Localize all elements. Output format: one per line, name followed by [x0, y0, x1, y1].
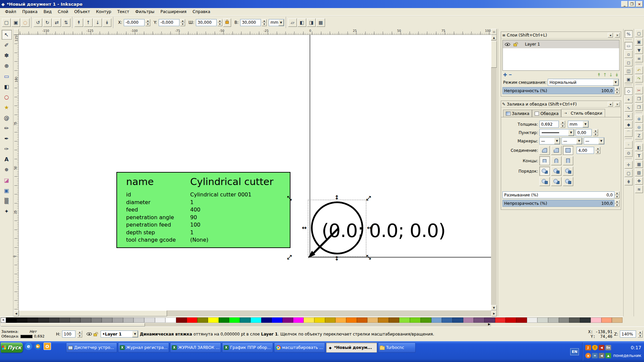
- gcodetools-tool-table[interactable]: name Cylindrical cutter idCylindrical cu…: [116, 172, 290, 248]
- palette-swatch[interactable]: [378, 317, 389, 323]
- tool-tweak[interactable]: ✽: [2, 51, 12, 60]
- taskbar-item-excel-2[interactable]: XЖУРНАЛ ЗАЯВОК ...: [170, 343, 221, 353]
- tool-dropper[interactable]: ✦: [2, 206, 12, 216]
- close-button[interactable]: ×: [636, 1, 643, 7]
- select-all-layers-button[interactable]: ▣: [11, 18, 20, 27]
- align-dialog-button[interactable]: ✥: [635, 177, 643, 185]
- layer-lock-icon[interactable]: [94, 334, 97, 336]
- tool-spiral[interactable]: @: [2, 113, 12, 123]
- palette-swatch[interactable]: [240, 317, 251, 323]
- start-button[interactable]: Пуск: [1, 343, 23, 353]
- security-shield-icon[interactable]: !: [592, 345, 598, 350]
- palette-swatch[interactable]: [165, 317, 176, 323]
- menu-help[interactable]: Справка: [190, 8, 213, 15]
- palette-swatch[interactable]: [569, 317, 580, 323]
- blend-mode-dropdown[interactable]: Нормальный▼: [548, 79, 619, 86]
- palette-swatch[interactable]: [59, 317, 70, 323]
- palette-swatch[interactable]: [442, 317, 452, 323]
- palette-swatch[interactable]: [6, 317, 17, 323]
- tray-clock[interactable]: 0:17: [631, 345, 641, 350]
- snap-guides-button[interactable]: ⋕: [625, 178, 633, 185]
- panel-close-icon[interactable]: ×: [615, 33, 620, 38]
- menu-filters[interactable]: Фильтры: [132, 8, 157, 15]
- palette-swatch[interactable]: [357, 317, 368, 323]
- order-button-1[interactable]: [539, 167, 550, 176]
- palette-swatch[interactable]: [229, 317, 240, 323]
- palette-swatch[interactable]: [123, 317, 134, 323]
- layer-lock-icon[interactable]: [514, 44, 517, 46]
- x-input[interactable]: -0,000: [124, 19, 145, 26]
- lower-to-bottom-button[interactable]: ↡: [103, 18, 111, 27]
- palette-scrollbar[interactable]: ▶: [0, 323, 491, 326]
- tool-eraser[interactable]: ◪: [2, 175, 12, 185]
- snap-grid-button[interactable]: ▢: [625, 169, 633, 177]
- width-spinner[interactable]: ▲▼: [217, 19, 222, 26]
- snap-toggle-button[interactable]: %: [625, 30, 633, 38]
- y-input[interactable]: -0,000: [159, 19, 179, 26]
- palette-swatch[interactable]: [17, 317, 28, 323]
- layer-row[interactable]: Layer 1: [503, 40, 619, 48]
- ungroup-button[interactable]: ▧: [635, 169, 643, 176]
- stroke-width-unit-dropdown[interactable]: mm▼: [568, 121, 589, 128]
- fill-stroke-dialog-button[interactable]: ◧: [635, 143, 643, 151]
- menu-text[interactable]: Текст: [114, 8, 132, 15]
- xml-editor-button[interactable]: ≋: [635, 185, 643, 193]
- affect-stroke-toggle[interactable]: ▱: [288, 18, 297, 27]
- text-dialog-button[interactable]: T: [635, 152, 643, 160]
- snap-bbox-midpoints-button[interactable]: ◫: [625, 67, 633, 75]
- join-round-button[interactable]: [539, 146, 550, 155]
- select-all-button[interactable]: ▢: [2, 18, 11, 27]
- master-opacity-input[interactable]: 100: [62, 330, 75, 338]
- scale-handle-ne[interactable]: ⤢: [366, 196, 371, 200]
- snap-bbox-corners-button[interactable]: ◻: [625, 59, 633, 66]
- palette-swatch[interactable]: [293, 317, 304, 323]
- flip-vertical-button[interactable]: ⇅: [62, 18, 70, 27]
- save-document-button[interactable]: ▼: [635, 46, 643, 54]
- tool-bezier-pen[interactable]: ✒: [2, 134, 12, 143]
- media-player-icon[interactable]: ▶: [34, 343, 42, 350]
- layer-visibility-eye-icon[interactable]: [87, 333, 92, 336]
- tool-3dbox[interactable]: ◧: [2, 82, 12, 92]
- order-button-5[interactable]: [551, 177, 561, 186]
- palette-swatch[interactable]: [314, 317, 325, 323]
- tool-calligraphy[interactable]: ✑: [2, 144, 12, 154]
- opacity-spinner[interactable]: ▲▼: [614, 200, 620, 207]
- tool-node-editor[interactable]: ✐: [2, 40, 12, 50]
- internet-explorer-icon[interactable]: e: [25, 343, 32, 350]
- stroke-width-spinner[interactable]: ▲▼: [560, 121, 565, 128]
- order-button-2[interactable]: [551, 167, 561, 176]
- palette-swatch[interactable]: [431, 317, 442, 323]
- palette-swatch[interactable]: [70, 317, 80, 323]
- start-marker-dropdown[interactable]: —▼: [539, 137, 560, 144]
- lock-ratio-icon[interactable]: [223, 18, 231, 27]
- palette-swatch[interactable]: [367, 317, 378, 323]
- blur-slider[interactable]: Размывание (%) 0,0: [502, 191, 614, 198]
- scroll-left-icon[interactable]: ◀: [13, 310, 19, 316]
- order-button-6[interactable]: [563, 177, 573, 186]
- taskbar-item-excel-3[interactable]: XГрафик ППР обор...: [222, 343, 273, 353]
- palette-swatch[interactable]: [325, 317, 336, 323]
- affect-corners-toggle[interactable]: ◧: [298, 18, 306, 27]
- taskbar-item-inkscape-active[interactable]: ◆*Новый докум...: [326, 343, 377, 353]
- rotate-cw-button[interactable]: ↻: [43, 18, 52, 27]
- copy-button[interactable]: ❐: [635, 95, 643, 103]
- undo-button[interactable]: ↶: [635, 66, 643, 74]
- layers-list[interactable]: Layer 1: [502, 40, 620, 71]
- zoom-spinner[interactable]: ▲▼: [638, 330, 643, 338]
- menu-object[interactable]: Объект: [71, 8, 93, 15]
- tool-ellipse[interactable]: ○: [2, 92, 12, 102]
- panel-close-icon[interactable]: ×: [615, 102, 620, 107]
- tool-pencil[interactable]: ✏: [2, 123, 12, 133]
- palette-swatch[interactable]: [505, 317, 516, 323]
- scroll-down-icon[interactable]: ▼: [491, 305, 497, 310]
- tab-stroke-paint[interactable]: Обводка: [532, 110, 561, 117]
- print-button[interactable]: ≡: [635, 55, 643, 62]
- palette-swatch[interactable]: [516, 317, 527, 323]
- palette-swatch[interactable]: [421, 317, 431, 323]
- scroll-right-icon[interactable]: ▶: [491, 310, 497, 316]
- palette-swatch[interactable]: [495, 317, 506, 323]
- palette-swatch[interactable]: [537, 317, 548, 323]
- volume-icon[interactable]: ◀: [599, 345, 604, 350]
- dash-offset-spinner[interactable]: ▲▼: [593, 129, 598, 136]
- snap-bbox-button[interactable]: ▭: [625, 42, 633, 50]
